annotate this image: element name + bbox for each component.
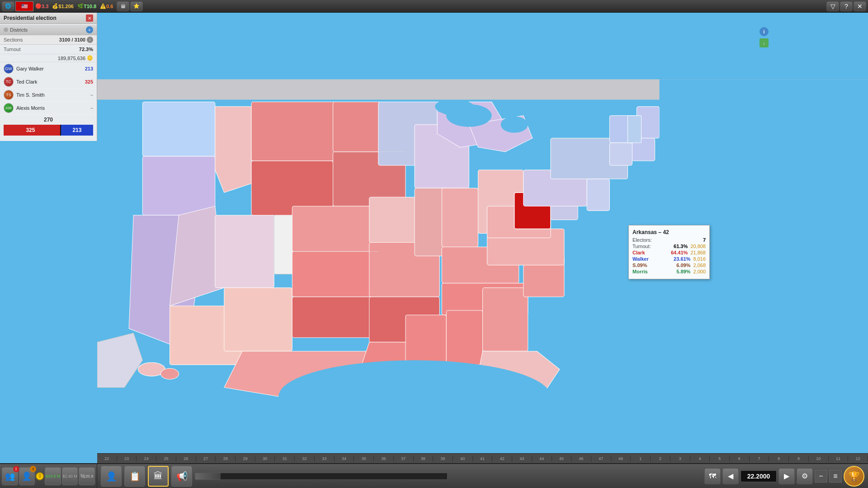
timeline-tick-10[interactable]: 32 bbox=[295, 455, 315, 462]
timeline-tick-12[interactable]: 34 bbox=[335, 455, 354, 462]
building-button[interactable]: 🏛 bbox=[117, 1, 129, 11]
character-portrait[interactable]: 🏆 bbox=[844, 466, 864, 487]
timeline-tick-3[interactable]: 25 bbox=[156, 455, 176, 462]
timeline-tick-18[interactable]: 40 bbox=[453, 455, 473, 462]
timeline-tick-27[interactable]: 1 bbox=[631, 455, 651, 462]
ec-bar-divider bbox=[57, 125, 61, 136]
votes-row: 189,875,636 🪙 bbox=[0, 54, 97, 62]
panel-close-button[interactable]: ✕ bbox=[86, 14, 93, 22]
character-button[interactable]: 👤 ! bbox=[19, 467, 35, 485]
timeline-tick-23[interactable]: 45 bbox=[552, 455, 572, 462]
timeline-tick-29[interactable]: 3 bbox=[670, 455, 690, 462]
timeline-tick-31[interactable]: 5 bbox=[710, 455, 730, 462]
timeline-tick-20[interactable]: 42 bbox=[492, 455, 512, 462]
timeline-tick-1[interactable]: 23 bbox=[117, 455, 137, 462]
close-button[interactable]: ✕ bbox=[854, 1, 866, 11]
svg-marker-5 bbox=[215, 107, 251, 193]
t-label: T bbox=[84, 4, 87, 9]
settings-button[interactable]: ⚙ bbox=[797, 468, 813, 484]
timeline-tick-32[interactable]: 6 bbox=[730, 455, 750, 462]
tooltip-morris-row: Morris 5.89% 2,000 bbox=[632, 269, 706, 274]
timeline-tick-0[interactable]: 22 bbox=[97, 455, 117, 462]
timeline-tick-6[interactable]: 28 bbox=[216, 455, 236, 462]
prev-button[interactable]: ◀ bbox=[722, 468, 739, 484]
timeline-tick-11[interactable]: 33 bbox=[315, 455, 335, 462]
timeline: 2223242526272829303132333435363738394041… bbox=[97, 453, 868, 463]
timeline-tick-4[interactable]: 26 bbox=[176, 455, 196, 462]
tooltip-turnout-coins: 20,808 bbox=[690, 244, 706, 249]
info-icon-button[interactable]: i bbox=[760, 27, 769, 36]
svg-rect-26 bbox=[442, 188, 478, 247]
votes-coin-icon: 🪙 bbox=[87, 55, 93, 61]
pct-bottom-stat: %35.9 bbox=[79, 467, 95, 485]
money-stat: 💰 $1.206 bbox=[52, 3, 74, 9]
news-button[interactable]: 📋 bbox=[124, 466, 145, 487]
tooltip-electors-row: Electors: 7 bbox=[632, 237, 706, 243]
timeline-tick-19[interactable]: 41 bbox=[473, 455, 493, 462]
timeline-tick-7[interactable]: 29 bbox=[236, 455, 255, 462]
money-icon: 💰 bbox=[52, 3, 58, 9]
candidate-row-walker[interactable]: GW Gary Walker 213 bbox=[0, 62, 97, 75]
timeline-tick-13[interactable]: 35 bbox=[354, 455, 374, 462]
timeline-tick-38[interactable]: 12 bbox=[848, 455, 868, 462]
svg-rect-15 bbox=[292, 206, 378, 251]
timeline-tick-33[interactable]: 7 bbox=[750, 455, 769, 462]
timeline-tick-28[interactable]: 2 bbox=[651, 455, 670, 462]
timeline-tick-36[interactable]: 10 bbox=[809, 455, 829, 462]
candidate-row-morris[interactable]: AM Alexis Morris – bbox=[0, 102, 97, 115]
timeline-tick-22[interactable]: 44 bbox=[532, 455, 552, 462]
timeline-tick-8[interactable]: 30 bbox=[255, 455, 275, 462]
help-button[interactable]: ? bbox=[840, 1, 853, 11]
map-view-button[interactable]: 🗺 bbox=[704, 468, 721, 484]
morris-name: Alexis Morris bbox=[16, 105, 90, 111]
timeline-tick-5[interactable]: 27 bbox=[196, 455, 216, 462]
event-button[interactable]: 👤 bbox=[101, 466, 122, 487]
smith-score: – bbox=[90, 92, 93, 98]
clark-avatar: TC bbox=[4, 77, 14, 87]
globe-button[interactable]: 🌐 bbox=[2, 1, 14, 11]
speaker-button[interactable]: 📢 bbox=[171, 466, 192, 487]
timeline-tick-37[interactable]: 11 bbox=[829, 455, 849, 462]
add-district-button[interactable]: + bbox=[86, 26, 93, 33]
timeline-tick-26[interactable]: 48 bbox=[611, 455, 631, 462]
us-map-svg[interactable] bbox=[97, 13, 868, 463]
timeline-tick-16[interactable]: 38 bbox=[414, 455, 434, 462]
zoom-minus-button[interactable]: − bbox=[815, 470, 827, 483]
turnout-label: Turnout bbox=[4, 47, 21, 52]
tooltip-electors-label: Electors: bbox=[632, 237, 652, 243]
timeline-tick-24[interactable]: 46 bbox=[571, 455, 591, 462]
timeline-tick-34[interactable]: 8 bbox=[769, 455, 789, 462]
flag-button[interactable]: 🇺🇸 bbox=[15, 1, 33, 11]
morris-score: – bbox=[90, 105, 93, 111]
tooltip-morris-coins: 2,000 bbox=[693, 269, 706, 274]
tooltip-turnout-val: 61.3% bbox=[674, 244, 688, 249]
turnout-pct: 72.3% bbox=[79, 47, 93, 52]
clark-name: Ted Clark bbox=[16, 79, 85, 84]
timeline-tick-17[interactable]: 39 bbox=[433, 455, 453, 462]
candidate-row-clark[interactable]: TC Ted Clark 325 bbox=[0, 75, 97, 89]
export-icon-button[interactable]: ↓ bbox=[760, 38, 769, 47]
timeline-tick-14[interactable]: 36 bbox=[374, 455, 394, 462]
star-button[interactable]: ⭐ bbox=[130, 1, 143, 11]
tooltip-smith-row: S.09% 6.09% 2,068 bbox=[632, 263, 706, 268]
tooltip-walker-row: Walker 23.61% 8,016 bbox=[632, 256, 706, 262]
timeline-tick-9[interactable]: 31 bbox=[275, 455, 295, 462]
building-nav-button[interactable]: 🏛 bbox=[148, 466, 169, 487]
filter-button[interactable]: ▽ bbox=[826, 1, 839, 11]
next-button[interactable]: ▶ bbox=[778, 468, 795, 484]
bottom-icons-row: 👥 ! 👤 ! 0 $33.9 M $2.40 M %35.9 bbox=[0, 463, 97, 488]
alert-icon: ⚠️ bbox=[100, 3, 106, 9]
svg-point-57 bbox=[278, 360, 551, 432]
timeline-tick-15[interactable]: 37 bbox=[394, 455, 414, 462]
timeline-tick-21[interactable]: 43 bbox=[512, 455, 532, 462]
timeline-tick-25[interactable]: 47 bbox=[591, 455, 611, 462]
zoom-plus-button[interactable]: ≡ bbox=[829, 470, 842, 483]
map-area[interactable]: Arkansas – 42 Electors: 7 Turnout: 61.3%… bbox=[97, 13, 868, 463]
timeline-tick-35[interactable]: 9 bbox=[789, 455, 809, 462]
progress-bar bbox=[195, 473, 448, 480]
timeline-tick-2[interactable]: 24 bbox=[137, 455, 156, 462]
timeline-tick-30[interactable]: 4 bbox=[690, 455, 710, 462]
ec-bar-walker: 213 bbox=[61, 125, 93, 136]
people-button[interactable]: 👥 ! bbox=[2, 467, 18, 485]
candidate-row-smith[interactable]: TS Tim S. Smith – bbox=[0, 89, 97, 102]
